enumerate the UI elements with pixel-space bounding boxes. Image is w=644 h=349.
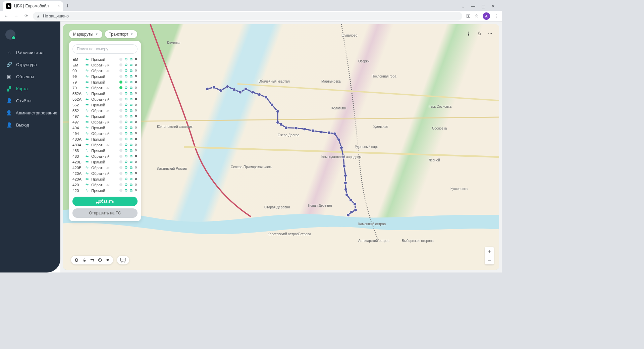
remove-icon[interactable]: ✕ [135,131,138,136]
profile-avatar[interactable]: A [483,12,490,20]
route-row[interactable]: 420Б⇋Обратный⚙⧉✕ [72,165,138,170]
gear-icon[interactable]: ⚙ [124,177,128,181]
gear-icon[interactable]: ⚙ [124,74,128,79]
remove-icon[interactable]: ✕ [135,120,138,124]
gear-icon[interactable]: ⚙ [124,183,128,187]
duplicate-icon[interactable]: ⧉ [130,177,132,181]
routes-filter-pill[interactable]: Маршруты ▼ [69,30,102,38]
duplicate-icon[interactable]: ⧉ [130,108,132,113]
duplicate-icon[interactable]: ⧉ [130,183,132,187]
gear-icon[interactable]: ⚙ [124,68,128,73]
duplicate-icon[interactable]: ⧉ [130,120,132,124]
route-row[interactable]: 494⇋Прямой⚙⧉✕ [72,125,138,131]
gear-icon[interactable]: ⚙ [124,154,128,158]
duplicate-icon[interactable]: ⧉ [130,165,132,170]
gear-icon[interactable]: ⚙ [124,103,128,107]
maximize-icon[interactable]: ▢ [481,4,485,9]
duplicate-icon[interactable]: ⧉ [130,57,132,61]
gear-icon[interactable]: ⚙ [124,131,128,136]
remove-icon[interactable]: ✕ [135,171,138,176]
route-row[interactable]: 552⇋Прямой⚙⧉✕ [72,102,138,108]
remove-icon[interactable]: ✕ [135,137,138,141]
duplicate-icon[interactable]: ⧉ [130,91,132,96]
route-row[interactable]: 552⇋Обратный⚙⧉✕ [72,108,138,113]
route-row[interactable]: 420А⇋Прямой⚙⧉✕ [72,176,138,182]
remove-icon[interactable]: ✕ [135,63,138,67]
user-block[interactable] [0,26,60,46]
duplicate-icon[interactable]: ⧉ [130,80,132,84]
route-row[interactable]: 483⇋Обратный⚙⧉✕ [72,153,138,159]
key-icon[interactable]: ⚿ [466,13,471,18]
gear-icon[interactable]: ⚙ [124,171,128,176]
duplicate-icon[interactable]: ⧉ [130,148,132,153]
gear-icon[interactable]: ⚙ [124,188,128,193]
star-icon[interactable]: ☆ [475,13,479,18]
remove-icon[interactable]: ✕ [135,188,138,193]
route-row[interactable]: 497⇋Прямой⚙⧉✕ [72,113,138,119]
route-row[interactable]: 79⇋Прямой⚙⧉✕ [72,79,138,85]
route-row[interactable]: 420⇋Обратный⚙⧉✕ [72,182,138,188]
transport-filter-pill[interactable]: Транспорт ▼ [105,30,138,38]
route-row[interactable]: 497⇋Обратный⚙⧉✕ [72,119,138,125]
duplicate-icon[interactable]: ⧉ [130,160,132,164]
remove-icon[interactable]: ✕ [135,57,138,61]
route-row[interactable]: 99⇋Обратный⚙⧉✕ [72,68,138,73]
duplicate-icon[interactable]: ⧉ [130,143,132,147]
route-row[interactable]: 420А⇋Обратный⚙⧉✕ [72,170,138,176]
duplicate-icon[interactable]: ⧉ [130,68,132,73]
route-row[interactable]: 99⇋Прямой⚙⧉✕ [72,73,138,79]
duplicate-icon[interactable]: ⧉ [130,188,132,193]
remove-icon[interactable]: ✕ [135,74,138,79]
print-icon[interactable]: ⎙ [476,30,483,37]
sidebar-item-admin[interactable]: 👤Администрирование [0,107,60,119]
link-icon[interactable]: ⚭ [106,257,110,263]
sidebar-item-logout[interactable]: 👤Выход [0,119,60,131]
route-row[interactable]: EM⇋Обратный⚙⧉✕ [72,62,138,68]
remove-icon[interactable]: ✕ [135,165,138,170]
send-to-vehicle-button[interactable]: Отправить на ТС [72,208,138,218]
zoom-out-button[interactable]: − [485,256,494,264]
remove-icon[interactable]: ✕ [135,143,138,147]
sidebar-item-map[interactable]: ▞Карта [0,83,60,95]
gear-icon[interactable]: ⚙ [124,80,128,84]
route-row[interactable]: 552А⇋Прямой⚙⧉✕ [72,91,138,96]
sidebar-item-dashboard[interactable]: ⌂Рабочий стол [0,46,60,58]
remove-icon[interactable]: ✕ [135,86,138,90]
duplicate-icon[interactable]: ⧉ [130,131,132,136]
minimize-icon[interactable]: — [471,4,475,9]
route-row[interactable]: 79⇋Обратный⚙⧉✕ [72,85,138,91]
remove-icon[interactable]: ✕ [135,68,138,73]
route-row[interactable]: 483А⇋Обратный⚙⧉✕ [72,142,138,148]
route-row[interactable]: 494⇋Обратный⚙⧉✕ [72,131,138,136]
gear-icon[interactable]: ⚙ [124,148,128,153]
download-icon[interactable]: ⭳ [465,30,472,37]
sidebar-item-structure[interactable]: 🔗Структура [0,58,60,70]
duplicate-icon[interactable]: ⧉ [130,63,132,67]
swap-icon[interactable]: ⇆ [90,257,94,263]
browser-tab[interactable]: A ЦБК | Евромобайл × [3,1,63,11]
remove-icon[interactable]: ✕ [135,108,138,113]
duplicate-icon[interactable]: ⧉ [130,171,132,176]
gear-icon[interactable]: ⚙ [124,114,128,118]
remove-icon[interactable]: ✕ [135,183,138,187]
new-tab-button[interactable]: + [66,3,69,10]
sidebar-item-objects[interactable]: ▣Объекты [0,70,60,83]
gear-icon[interactable]: ⚙ [124,137,128,141]
close-window-icon[interactable]: ✕ [491,4,495,9]
duplicate-icon[interactable]: ⧉ [130,154,132,158]
gear-icon[interactable]: ⚙ [124,126,128,130]
route-row[interactable]: 483А⇋Прямой⚙⧉✕ [72,136,138,142]
duplicate-icon[interactable]: ⧉ [130,103,132,107]
settings-dropdown-icon[interactable]: ⌄ [461,4,465,9]
gear-icon[interactable]: ⚙ [124,91,128,96]
remove-icon[interactable]: ✕ [135,177,138,181]
route-search-input[interactable] [72,44,138,54]
zoom-in-button[interactable]: + [485,247,494,256]
sidebar-item-reports[interactable]: 👤Отчёты [0,95,60,107]
gear-icon[interactable]: ⚙ [124,143,128,147]
duplicate-icon[interactable]: ⧉ [130,114,132,118]
gear-icon[interactable]: ⚙ [124,57,128,61]
remove-icon[interactable]: ✕ [135,97,138,101]
duplicate-icon[interactable]: ⧉ [130,74,132,79]
remove-icon[interactable]: ✕ [135,126,138,130]
